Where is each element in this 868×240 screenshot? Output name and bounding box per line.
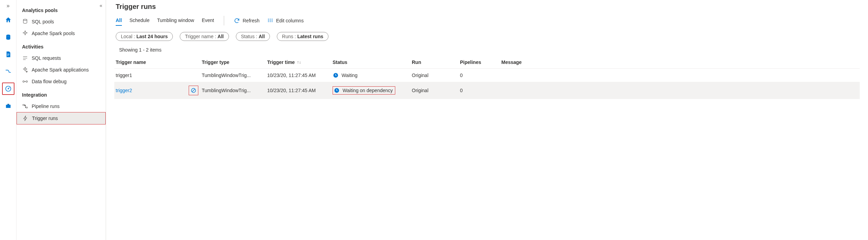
refresh-icon: [234, 18, 240, 24]
table-header: Trigger nameTrigger typeTrigger time ↑↓S…: [114, 56, 860, 69]
svg-point-0: [6, 35, 10, 36]
svg-rect-7: [26, 107, 28, 108]
trigger-name: trigger1: [116, 73, 132, 78]
trigger-runs-icon: [22, 115, 29, 121]
home-icon: [5, 17, 12, 23]
sidebar-item-label: Data flow debug: [32, 79, 66, 84]
sidebar-item-apache-spark-pools[interactable]: Apache Spark pools: [17, 28, 106, 39]
refresh-button[interactable]: Refresh: [234, 18, 260, 24]
trigger-time: 10/23/20, 11:27:45 AM: [267, 88, 333, 93]
pipeline-icon: [5, 68, 12, 75]
triggers-table: Trigger nameTrigger typeTrigger time ↑↓S…: [114, 56, 860, 99]
sidebar-section-header: Integration: [17, 87, 106, 100]
icon-rail: »: [0, 0, 17, 240]
sidebar-item-trigger-runs[interactable]: Trigger runs: [17, 112, 106, 124]
columns-icon: [267, 18, 273, 24]
sidebar-item-sql-requests[interactable]: SQL requests: [17, 52, 106, 64]
sidebar-item-label: Apache Spark pools: [32, 31, 75, 36]
main-content: Trigger runs AllScheduleTumbling windowE…: [106, 0, 868, 240]
run-kind: Original: [412, 73, 460, 78]
filter-pill[interactable]: Status : All: [236, 32, 270, 41]
column-header-pipelines[interactable]: Pipelines: [460, 59, 501, 65]
clock-icon: [333, 72, 339, 78]
document-icon: [5, 51, 12, 58]
toolbox-icon: [5, 102, 12, 109]
rail-toolbox[interactable]: [2, 100, 14, 112]
column-header-trigger-type[interactable]: Trigger type: [202, 59, 267, 65]
filters-row: Local : Last 24 hoursTrigger name : AllS…: [114, 32, 860, 41]
column-header-status[interactable]: Status: [333, 59, 412, 65]
monitor-gauge-icon: [5, 85, 12, 92]
svg-point-5: [26, 81, 28, 83]
svg-point-3: [23, 19, 27, 21]
svg-line-10: [192, 89, 195, 92]
flow-icon: [22, 78, 28, 85]
rail-home[interactable]: [2, 14, 14, 26]
status-text: Waiting on dependency: [343, 88, 393, 93]
table-row[interactable]: trigger1TumblingWindowTrig...10/23/20, 1…: [114, 69, 860, 82]
filter-pill[interactable]: Trigger name : All: [180, 32, 229, 41]
svg-rect-6: [23, 105, 24, 106]
sidebar-item-label: Trigger runs: [32, 116, 58, 121]
column-header-run[interactable]: Run: [412, 59, 460, 65]
column-header-message[interactable]: Message: [501, 59, 543, 65]
spark-icon: [22, 30, 28, 36]
sidebar-section-header: Analytics pools: [17, 3, 106, 16]
sort-icon: ↑↓: [297, 60, 301, 65]
sidebar: « Analytics poolsSQL poolsApache Spark p…: [17, 0, 106, 240]
rail-monitor[interactable]: [2, 83, 14, 95]
run-kind: Original: [412, 88, 460, 93]
status-cell: Waiting: [333, 72, 412, 78]
edit-columns-button[interactable]: Edit columns: [267, 18, 304, 24]
column-header-trigger-time[interactable]: Trigger time ↑↓: [267, 59, 333, 65]
sidebar-item-sql-pools[interactable]: SQL pools: [17, 16, 106, 28]
database-icon: [5, 34, 12, 41]
sidebar-item-apache-spark-applications[interactable]: Apache Spark applications: [17, 64, 106, 76]
rail-pipeline[interactable]: [2, 65, 14, 78]
status-cell: Waiting on dependency: [333, 86, 412, 95]
tab-schedule[interactable]: Schedule: [129, 15, 149, 26]
table-row[interactable]: trigger2TumblingWindowTrig...10/23/20, 1…: [114, 82, 860, 99]
trigger-type: TumblingWindowTrig...: [202, 88, 267, 93]
trigger-name-cell: trigger1: [116, 73, 202, 78]
tab-all[interactable]: All: [116, 15, 122, 26]
divider: [224, 16, 224, 25]
filter-pill[interactable]: Runs : Latest runs: [277, 32, 328, 41]
showing-count: Showing 1 - 2 items: [114, 47, 860, 53]
cancel-run-button[interactable]: [189, 86, 198, 95]
pipeline-runs-icon: [22, 103, 28, 109]
svg-point-4: [23, 81, 24, 83]
rail-database[interactable]: [2, 31, 14, 43]
collapse-sidebar-icon[interactable]: «: [100, 3, 102, 8]
trigger-type: TumblingWindowTrig...: [202, 73, 267, 78]
rail-document[interactable]: [2, 48, 14, 61]
page-title: Trigger runs: [114, 3, 860, 11]
spark-app-icon: [22, 67, 28, 73]
trigger-time: 10/23/20, 11:27:45 AM: [267, 73, 333, 78]
sidebar-item-label: Apache Spark applications: [32, 67, 89, 73]
cancel-icon: [190, 87, 197, 94]
expand-rail-icon[interactable]: »: [7, 3, 10, 9]
status-text: Waiting: [342, 73, 357, 78]
tab-event[interactable]: Event: [202, 15, 214, 26]
sql-req-icon: [22, 55, 28, 61]
sidebar-item-label: SQL pools: [32, 19, 54, 24]
column-header-trigger-name[interactable]: Trigger name: [116, 59, 202, 65]
svg-point-2: [8, 88, 9, 89]
sidebar-item-label: SQL requests: [32, 55, 61, 61]
tabs-row: AllScheduleTumbling windowEvent Refresh …: [114, 15, 860, 26]
sidebar-section-header: Activities: [17, 39, 106, 52]
tab-tumbling-window[interactable]: Tumbling window: [157, 15, 194, 26]
clock-icon: [334, 87, 340, 94]
trigger-name-cell: trigger2: [116, 86, 202, 95]
sidebar-item-pipeline-runs[interactable]: Pipeline runs: [17, 100, 106, 112]
sidebar-item-data-flow-debug[interactable]: Data flow debug: [17, 76, 106, 87]
pipelines-count: 0: [460, 73, 501, 78]
sidebar-item-label: Pipeline runs: [32, 103, 60, 109]
filter-pill[interactable]: Local : Last 24 hours: [116, 32, 173, 41]
pipelines-count: 0: [460, 88, 501, 93]
trigger-name[interactable]: trigger2: [116, 88, 132, 93]
sql-icon: [22, 19, 28, 25]
